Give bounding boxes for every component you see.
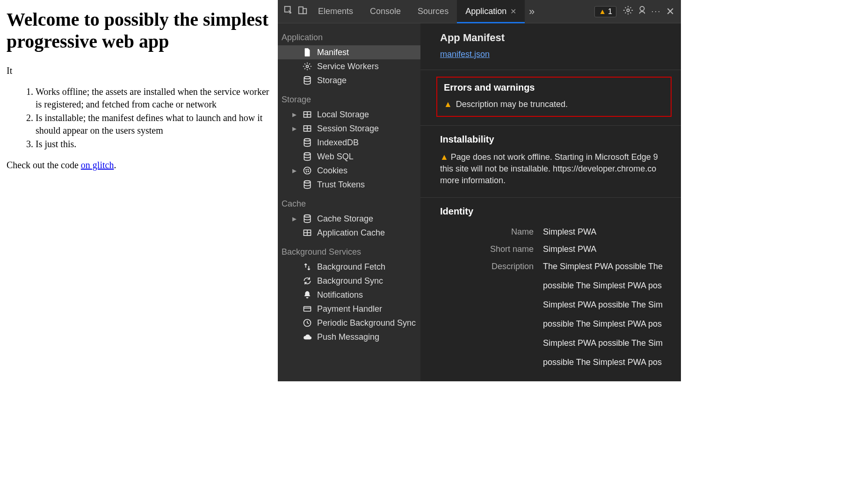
description-line: Simplest PWA possible The Sim [543,338,670,348]
manifest-json-link[interactable]: manifest.json [440,50,490,59]
updown-icon [302,262,312,271]
svg-point-16 [304,181,310,183]
sidebar-item-cookies[interactable]: ▸Cookies [278,164,420,178]
warning-triangle-icon: ▲ [599,7,606,16]
card-icon [302,304,312,314]
svg-point-5 [306,65,309,68]
installability-section: Installability ▲ Page does not work offl… [420,126,681,198]
sidebar-item-session-storage[interactable]: ▸Session Storage [278,121,420,136]
device-toggle-icon[interactable] [296,5,310,18]
tab-sources[interactable]: Sources [409,0,457,23]
disclosure-triangle-icon: ▸ [291,123,297,134]
sidebar-item-label: Service Workers [317,62,379,71]
svg-point-4 [640,7,644,11]
outro-suffix: . [114,160,116,170]
sidebar-item-manifest[interactable]: ▸Manifest [278,45,420,59]
sidebar-item-label: Periodic Background Sync [317,318,416,328]
db-icon [302,214,312,223]
sidebar-item-label: Notifications [317,290,363,300]
group-application: Application [278,25,420,45]
svg-rect-1 [299,7,303,14]
sidebar-item-label: Application Cache [317,228,385,238]
db-icon [302,180,312,189]
kebab-menu-icon[interactable]: ··· [649,7,663,16]
sidebar-item-cache-storage[interactable]: ▸Cache Storage [278,212,420,226]
cloud-icon [302,332,312,342]
warning-count: 1 [608,7,612,16]
db-icon [302,138,312,147]
db-icon [302,76,312,85]
sidebar-item-push-messaging[interactable]: ▸Push Messaging [278,330,420,344]
sidebar-item-background-fetch[interactable]: ▸Background Fetch [278,260,420,274]
warnings-pill[interactable]: ▲ 1 [594,6,616,17]
outro-prefix: Check out the code [7,160,81,170]
sidebar-item-periodic-background-sync[interactable]: ▸Periodic Background Sync [278,316,420,330]
group-bgservices: Background Services [278,240,420,260]
group-cache: Cache [278,192,420,212]
identity-description-row: Description The Simplest PWA possible Th… [440,258,670,371]
sidebar-item-background-sync[interactable]: ▸Background Sync [278,274,420,288]
settings-gear-icon[interactable] [621,5,635,18]
svg-point-11 [304,167,311,174]
disclosure-triangle-icon: ▸ [291,214,297,224]
description-line: Simplest PWA possible The Sim [543,300,670,310]
identity-shortname-row: Short name Simplest PWA [440,241,670,258]
grid-icon [302,228,312,237]
errors-title: Errors and warnings [444,82,664,93]
more-tabs-icon[interactable]: » [525,6,539,18]
svg-point-14 [306,171,307,172]
sidebar-item-label: IndexedDB [317,138,359,148]
sidebar-item-label: Local Storage [317,110,369,120]
sidebar-item-label: Payment Handler [317,304,382,314]
list-item: Works offline; the assets are installed … [36,86,273,111]
warning-triangle-icon: ▲ [440,152,448,162]
sidebar-item-service-workers[interactable]: ▸Service Workers [278,59,420,73]
db-icon [302,152,312,161]
grid-icon [302,110,312,119]
sync-icon [302,276,312,286]
sidebar-item-label: Background Fetch [317,262,385,272]
identity-shortname-label: Short name [440,244,534,254]
page-intro: It [7,65,273,76]
bell-icon [302,290,312,300]
tab-elements[interactable]: Elements [310,0,362,23]
inspect-icon[interactable] [282,5,296,18]
sidebar-item-label: Web SQL [317,152,354,162]
sidebar-item-web-sql[interactable]: ▸Web SQL [278,150,420,164]
clock-icon [302,318,312,328]
tab-console[interactable]: Console [362,0,409,23]
sidebar-item-notifications[interactable]: ▸Notifications [278,288,420,302]
sidebar-item-label: Session Storage [317,124,379,134]
sidebar-item-label: Trust Tokens [317,180,365,190]
sidebar-item-trust-tokens[interactable]: ▸Trust Tokens [278,178,420,192]
sidebar-item-payment-handler[interactable]: ▸Payment Handler [278,302,420,316]
sidebar-item-label: Background Sync [317,276,383,286]
close-devtools-icon[interactable]: ✕ [663,6,677,18]
cookie-icon [302,166,312,175]
grid-icon [302,124,312,133]
sidebar-item-label: Manifest [317,48,349,57]
svg-point-6 [304,77,310,79]
description-line: possible The Simplest PWA pos [543,319,670,329]
identity-title: Identity [440,206,670,217]
sidebar-item-storage[interactable]: ▸Storage [278,73,420,87]
sidebar-item-indexeddb[interactable]: ▸IndexedDB [278,136,420,150]
devtools: Elements Console Sources Application ✕ »… [278,0,681,381]
detail-title: App Manifest [440,32,670,44]
sidebar-item-application-cache[interactable]: ▸Application Cache [278,226,420,240]
svg-point-3 [627,9,629,12]
tab-close-icon[interactable]: ✕ [510,7,516,16]
sidebar-item-local-storage[interactable]: ▸Local Storage [278,107,420,121]
glitch-link[interactable]: on glitch [81,160,114,170]
gear-icon [302,62,312,71]
sidebar-item-label: Push Messaging [317,332,379,342]
svg-point-15 [308,171,309,172]
feedback-icon[interactable] [635,5,649,18]
page-list: Works offline; the assets are installed … [7,86,273,150]
file-icon [302,48,312,57]
group-storage: Storage [278,87,420,107]
tab-application[interactable]: Application ✕ [457,0,525,23]
identity-name-value: Simplest PWA [543,227,670,237]
manifest-header: App Manifest manifest.json [420,23,681,70]
devtools-tabs: Elements Console Sources Application ✕ »… [278,0,681,23]
